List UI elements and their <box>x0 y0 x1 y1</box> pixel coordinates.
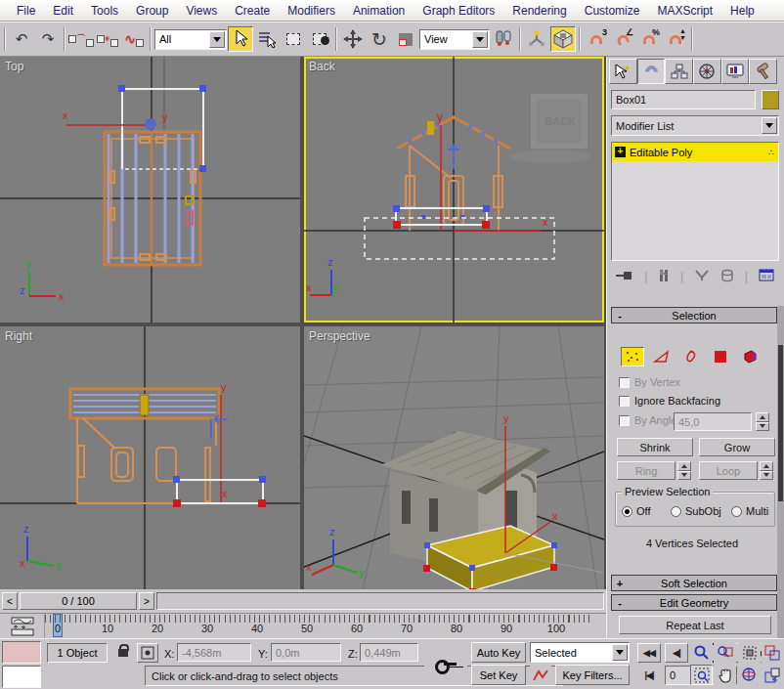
menu-create[interactable]: Create <box>226 2 279 20</box>
by-vertex-checkbox[interactable]: By Vertex <box>619 376 680 388</box>
object-name-field[interactable]: Box01 <box>611 90 756 109</box>
time-slider-handle[interactable]: 0 / 100 <box>20 592 137 610</box>
dropdown-arrow-icon[interactable] <box>762 117 777 134</box>
select-link-icon[interactable]: ⌒ <box>68 26 94 52</box>
key-filters-button[interactable]: Key Filters... <box>555 665 630 685</box>
ignore-backfacing-checkbox[interactable]: Ignore Backfacing <box>619 395 720 407</box>
prev-frame-button[interactable]: ◀| <box>665 643 688 663</box>
menu-group[interactable]: Group <box>127 2 177 20</box>
new-key-default-icon[interactable] <box>530 666 551 685</box>
viewport-right[interactable]: Right <box>0 326 300 589</box>
y-coord-field[interactable]: 0,0m <box>271 643 341 662</box>
time-prev-arrow[interactable]: < <box>2 592 18 610</box>
edge-mode-icon[interactable] <box>650 347 674 366</box>
menu-customize[interactable]: Customize <box>576 2 649 20</box>
by-angle-spinner[interactable] <box>756 412 769 431</box>
shrink-button[interactable]: Shrink <box>617 438 693 456</box>
angle-snap-icon[interactable]: ∠ <box>610 26 635 52</box>
time-slider-track[interactable] <box>156 592 604 610</box>
zoom-icon[interactable] <box>690 642 713 663</box>
polygon-mode-icon[interactable] <box>709 347 732 366</box>
remove-modifier-icon[interactable] <box>720 269 734 285</box>
select-object-icon[interactable] <box>228 26 253 52</box>
tab-motion[interactable] <box>693 59 721 84</box>
dropdown-arrow-icon[interactable] <box>472 31 488 48</box>
menu-rendering[interactable]: Rendering <box>503 2 575 20</box>
configure-modifier-sets-icon[interactable] <box>759 269 774 284</box>
select-move-icon[interactable] <box>340 26 366 52</box>
viewport-right-label[interactable]: Right <box>5 329 32 343</box>
menu-graph-editors[interactable]: Graph Editors <box>414 2 503 20</box>
x-coord-field[interactable]: -4,568m <box>177 643 251 662</box>
object-color-swatch[interactable] <box>762 90 779 109</box>
absolute-offset-toggle[interactable] <box>137 643 158 663</box>
selection-lock-toggle[interactable] <box>113 644 133 662</box>
ring-spinner[interactable] <box>677 461 691 480</box>
menu-tools[interactable]: Tools <box>82 2 127 20</box>
auto-key-button[interactable]: Auto Key <box>471 642 526 663</box>
mini-curve-editor-icon[interactable] <box>8 617 39 636</box>
viewport-back-label[interactable]: Back <box>309 60 335 73</box>
tab-hierarchy[interactable] <box>665 59 693 84</box>
tab-modify[interactable] <box>637 59 666 84</box>
grow-button[interactable]: Grow <box>699 438 775 456</box>
arc-rotate-icon[interactable] <box>738 665 761 685</box>
menu-file[interactable]: File <box>8 2 44 20</box>
select-by-name-icon[interactable] <box>254 26 280 52</box>
viewport-top-label[interactable]: Top <box>5 60 23 73</box>
snaps-toggle-icon[interactable] <box>550 26 576 52</box>
zoom-extents-all-icon[interactable] <box>762 642 783 663</box>
tab-display[interactable] <box>721 59 750 84</box>
element-mode-icon[interactable] <box>738 347 762 366</box>
dropdown-arrow-icon[interactable] <box>612 644 628 661</box>
zoom-all-icon[interactable] <box>714 642 736 663</box>
key-mode-toggle[interactable]: |◀| <box>637 666 661 685</box>
time-next-arrow[interactable]: > <box>139 592 154 610</box>
modifier-list-dropdown[interactable]: Modifier List <box>611 115 779 136</box>
macro-recorder-box[interactable] <box>2 641 41 664</box>
repeat-last-button[interactable]: Repeat Last <box>619 616 771 634</box>
rect-selection-region-icon[interactable] <box>281 26 306 52</box>
pin-stack-icon[interactable] <box>616 270 633 284</box>
percent-snap-icon[interactable]: % <box>636 26 662 52</box>
selection-set-dropdown[interactable]: Selected <box>530 642 630 663</box>
menu-maxscript[interactable]: MAXScript <box>648 2 721 20</box>
viewport-perspective-label[interactable]: Perspective <box>309 329 370 343</box>
mini-listener-box[interactable] <box>2 666 41 688</box>
redo-icon[interactable]: ↷ <box>35 26 61 52</box>
menu-animation[interactable]: Animation <box>344 2 414 20</box>
border-mode-icon[interactable] <box>679 347 703 366</box>
menu-edit[interactable]: Edit <box>44 2 82 20</box>
expand-icon[interactable]: + <box>615 147 626 157</box>
menu-views[interactable]: Views <box>177 2 226 20</box>
use-pivot-center-icon[interactable] <box>491 26 516 52</box>
tab-create[interactable]: ✦ <box>609 59 637 84</box>
preview-subobj-radio[interactable]: SubObj <box>671 505 721 517</box>
rollout-selection-header[interactable]: - Selection <box>611 307 777 323</box>
stack-item-editable-poly[interactable]: + Editable Poly ∴ <box>612 143 778 161</box>
window-crossing-icon[interactable] <box>307 26 332 52</box>
viewport-perspective[interactable]: Perspective <box>304 326 604 589</box>
reference-coordsys-dropdown[interactable]: View <box>419 29 490 50</box>
go-to-start-button[interactable]: ◀◀ <box>637 643 661 663</box>
zoom-extents-icon[interactable] <box>738 642 761 663</box>
track-bar-ruler[interactable]: 0 10 20 30 40 50 60 70 80 90 100 <box>44 614 591 639</box>
dropdown-arrow-icon[interactable] <box>209 31 225 48</box>
select-scale-icon[interactable] <box>393 26 418 52</box>
ring-button[interactable]: Ring <box>617 461 675 480</box>
select-rotate-icon[interactable]: ↻ <box>367 26 392 52</box>
rollout-edit-geometry-header[interactable]: - Edit Geometry <box>611 594 777 611</box>
zoom-region-icon[interactable] <box>690 665 713 685</box>
menu-modifiers[interactable]: Modifiers <box>279 2 344 20</box>
pan-hand-icon[interactable] <box>714 665 736 685</box>
menu-help[interactable]: Help <box>721 2 763 20</box>
z-coord-field[interactable]: 0,449m <box>360 643 418 662</box>
select-manipulate-icon[interactable] <box>524 26 549 52</box>
loop-spinner[interactable] <box>760 461 773 480</box>
command-panel-scrollbar[interactable] <box>777 306 784 638</box>
vertex-mode-icon[interactable] <box>621 347 644 366</box>
preview-multi-radio[interactable]: Multi <box>731 505 768 517</box>
snap-3d-icon[interactable]: 3 <box>584 26 609 52</box>
rollout-soft-selection-header[interactable]: + Soft Selection <box>611 575 777 591</box>
make-unique-icon[interactable] <box>694 270 710 284</box>
